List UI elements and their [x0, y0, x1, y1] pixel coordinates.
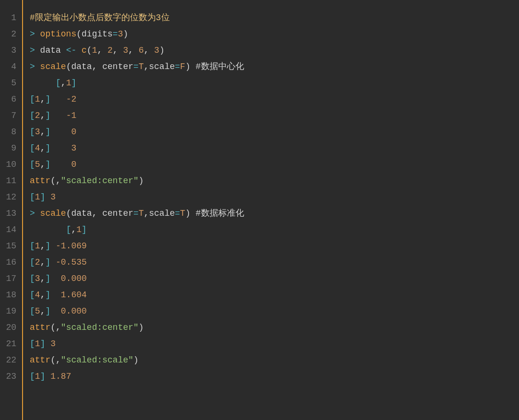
code-token: > [30, 46, 40, 55]
code-token: 2 [35, 257, 40, 267]
code-line[interactable]: [2,] -1 [30, 107, 514, 124]
code-token: -2 [66, 94, 77, 104]
code-token [30, 78, 56, 88]
code-token: 3 [123, 46, 129, 55]
code-token: , [40, 127, 46, 137]
code-token: , [40, 306, 46, 316]
code-token: [ [30, 372, 35, 381]
code-token: 3 [35, 127, 40, 137]
code-token: 2 [35, 111, 40, 120]
code-token [50, 94, 66, 104]
code-token: 5 [35, 160, 40, 169]
code-token: = [113, 29, 118, 39]
code-token: [ [56, 78, 61, 88]
code-token: 3 [154, 46, 159, 55]
line-number-gutter: 1234567891011121314151617181920212223 [0, 0, 23, 420]
code-token: [ [30, 306, 35, 316]
code-token [50, 274, 61, 283]
code-line[interactable]: > options(digits=3) [30, 26, 514, 42]
code-line[interactable]: [2,] -0.535 [30, 254, 514, 270]
code-token: ) [185, 209, 196, 218]
code-area[interactable]: #限定输出小数点后数字的位数为3位> options(digits=3)> da… [23, 0, 519, 420]
code-token: 3 [118, 29, 123, 39]
code-line[interactable]: [1] 3 [30, 189, 514, 205]
code-token: ) [139, 176, 144, 186]
line-number: 3 [5, 42, 16, 58]
code-token: 1.87 [50, 372, 71, 381]
code-line[interactable]: [,1] [30, 222, 514, 238]
code-token [50, 127, 71, 137]
code-line[interactable]: > scale(data, center=T,scale=F) #数据中心化 [30, 58, 514, 75]
code-line[interactable]: attr(,"scaled:center") [30, 319, 514, 336]
code-token: (data, center [66, 62, 133, 71]
code-token: 4 [35, 143, 40, 153]
code-token: c [82, 46, 87, 55]
code-line[interactable]: [1] 1.87 [30, 368, 514, 385]
line-number: 19 [5, 303, 16, 319]
code-token: > [30, 62, 40, 71]
code-token: [ [30, 127, 35, 137]
line-number: 9 [5, 140, 16, 156]
code-token: ) [123, 29, 128, 39]
code-token: scale [40, 62, 66, 71]
code-token: [ [30, 111, 35, 120]
code-token [50, 306, 61, 316]
code-token [30, 225, 66, 234]
line-number: 2 [5, 26, 16, 42]
code-line[interactable]: [5,] 0.000 [30, 303, 514, 319]
code-token: attr [30, 176, 50, 186]
code-token: , [40, 241, 46, 251]
code-token: ] [45, 160, 50, 169]
line-number: 4 [5, 58, 16, 75]
code-line[interactable]: attr(,"scaled:center") [30, 173, 514, 189]
code-token: ) [185, 62, 196, 71]
code-line[interactable]: [3,] 0.000 [30, 270, 514, 287]
code-token [50, 290, 61, 300]
code-token: 0 [71, 160, 76, 169]
code-line[interactable]: [4,] 1.604 [30, 287, 514, 303]
code-token: 0 [71, 127, 76, 137]
code-token: ] [45, 274, 50, 283]
line-number: 12 [5, 189, 16, 205]
code-token: "scaled:center" [61, 176, 139, 186]
code-token: ] [40, 339, 46, 349]
code-token: -1 [66, 111, 77, 120]
code-token: ) [133, 355, 139, 365]
code-token: "scaled:scale" [61, 355, 133, 365]
code-token [45, 339, 50, 349]
code-editor: 1234567891011121314151617181920212223 #限… [0, 0, 519, 420]
code-token: ] [40, 372, 46, 381]
line-number: 5 [5, 75, 16, 91]
code-line[interactable]: [5,] 0 [30, 156, 514, 173]
line-number: 22 [5, 352, 16, 368]
code-line[interactable]: [1,] -1.069 [30, 238, 514, 254]
code-token: 3 [35, 274, 40, 283]
code-line[interactable]: #限定输出小数点后数字的位数为3位 [30, 10, 514, 26]
code-line[interactable]: [1,] -2 [30, 91, 514, 107]
code-line[interactable]: [3,] 0 [30, 124, 514, 140]
code-token: T [139, 209, 144, 218]
code-token: , [40, 111, 46, 120]
code-line[interactable]: > scale(data, center=T,scale=T) #数据标准化 [30, 205, 514, 222]
code-line[interactable]: [4,] 3 [30, 140, 514, 156]
code-token: > [30, 209, 40, 218]
code-token: T [139, 62, 144, 71]
line-number: 16 [5, 254, 16, 270]
code-token [50, 143, 71, 153]
code-token: <- [66, 46, 82, 55]
code-token: 1.604 [61, 290, 87, 300]
code-token: -1.069 [56, 241, 87, 251]
code-token: ] [45, 111, 50, 120]
code-token: ) [139, 323, 144, 332]
code-line[interactable]: > data <- c(1, 2, 3, 6, 3) [30, 42, 514, 58]
code-token: ] [45, 290, 50, 300]
code-token: , [40, 290, 46, 300]
code-token: -0.535 [56, 257, 87, 267]
code-token [50, 160, 71, 169]
code-token: ,scale [144, 62, 175, 71]
code-line[interactable]: [1] 3 [30, 336, 514, 352]
code-line[interactable]: attr(,"scaled:scale") [30, 352, 514, 368]
code-token [50, 111, 66, 120]
code-line[interactable]: [,1] [30, 75, 514, 91]
code-token: [ [66, 225, 71, 234]
